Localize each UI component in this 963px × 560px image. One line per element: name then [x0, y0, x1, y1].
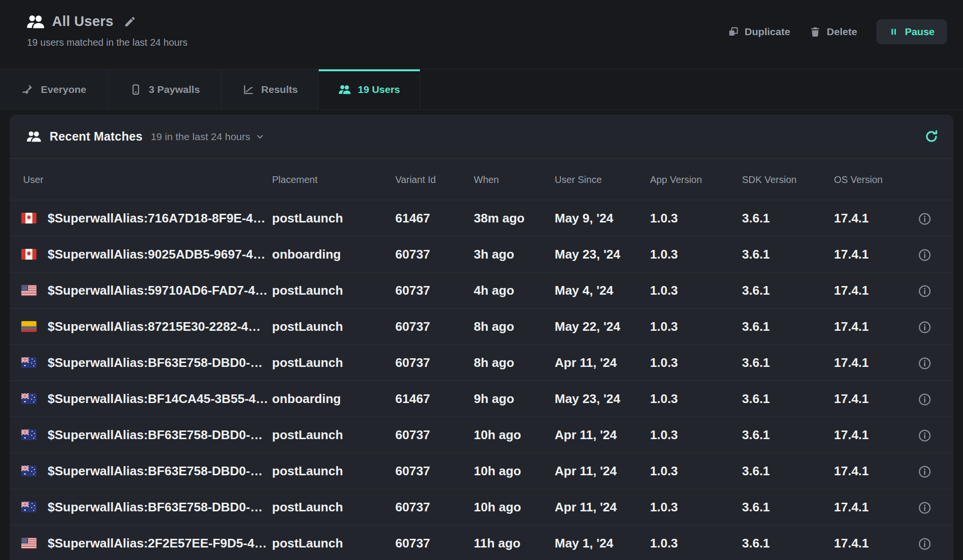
variant-id-value: 60737 [395, 355, 430, 370]
refresh-button[interactable] [924, 129, 939, 144]
user-alias: $SuperwallAlias:BF14CA45-3B55-4… [48, 391, 268, 406]
user-since-value: May 23, '24 [555, 247, 620, 262]
tab-users[interactable]: 19 Users [319, 69, 420, 109]
table-row[interactable]: $SuperwallAlias:59710AD6-FAD7-4… postLau… [10, 272, 953, 308]
pause-button[interactable]: Pause [876, 19, 947, 44]
australia-flag-icon [21, 466, 37, 477]
page-header: All Users 19 users matched in the last 2… [0, 0, 963, 69]
table-header: User Placement Variant Id When User Sinc… [10, 158, 953, 200]
sdk-version-value: 3.6.1 [742, 428, 770, 443]
sdk-version-value: 3.6.1 [742, 391, 770, 406]
table-row[interactable]: $SuperwallAlias:BF63E758-DBD0-… postLaun… [10, 417, 953, 453]
recent-matches-card: Recent Matches 19 in the last 24 hours U… [10, 115, 953, 560]
pause-label: Pause [905, 26, 935, 38]
edit-title-button[interactable] [124, 15, 136, 28]
australia-flag-icon [21, 393, 37, 404]
when-value: 4h ago [474, 283, 514, 298]
variant-id-value: 60737 [395, 283, 430, 298]
when-value: 10h ago [474, 464, 521, 479]
variant-id-value: 60737 [395, 464, 430, 479]
info-icon[interactable] [918, 391, 932, 406]
users-icon [338, 83, 351, 96]
info-icon[interactable] [918, 499, 932, 515]
info-icon[interactable] [918, 535, 932, 551]
trash-icon [809, 26, 821, 38]
sdk-version-value: 3.6.1 [742, 247, 770, 262]
when-value: 38m ago [474, 211, 525, 226]
canada-flag-icon [21, 249, 37, 260]
info-icon[interactable] [918, 210, 932, 226]
australia-flag-icon [21, 502, 37, 513]
table-row[interactable]: $SuperwallAlias:BF63E758-DBD0-… postLaun… [10, 489, 953, 525]
info-icon[interactable] [918, 319, 932, 334]
matches-range-dropdown[interactable]: 19 in the last 24 hours [151, 131, 265, 143]
os-version-value: 17.4.1 [834, 464, 869, 479]
duplicate-icon [728, 26, 739, 38]
info-icon[interactable] [918, 427, 932, 443]
when-value: 11h ago [474, 536, 521, 551]
matched-users-subtitle: 19 users matched in the last 24 hours [27, 37, 188, 48]
duplicate-button[interactable]: Duplicate [728, 26, 791, 38]
os-version-value: 17.4.1 [834, 283, 869, 298]
user-alias: $SuperwallAlias:9025ADB5-9697-4… [48, 247, 265, 262]
user-since-value: Apr 11, '24 [555, 355, 617, 370]
info-icon[interactable] [918, 355, 932, 370]
tab-users-label: 19 Users [358, 84, 400, 95]
user-since-value: Apr 11, '24 [555, 464, 617, 479]
tab-bar: Everyone 3 Paywalls Results 19 Users [0, 69, 963, 110]
tab-paywalls[interactable]: 3 Paywalls [108, 69, 221, 109]
table-row[interactable]: $SuperwallAlias:BF14CA45-3B55-4… onboard… [10, 380, 953, 417]
when-value: 3h ago [474, 247, 514, 262]
app-version-value: 1.0.3 [650, 464, 678, 479]
table-row[interactable]: $SuperwallAlias:87215E30-2282-4… postLau… [10, 308, 953, 344]
table-row[interactable]: $SuperwallAlias:BF63E758-DBD0-… postLaun… [10, 344, 953, 380]
os-version-value: 17.4.1 [834, 391, 869, 406]
table-row[interactable]: $SuperwallAlias:BF63E758-DBD0-… postLaun… [10, 453, 953, 489]
sdk-version-value: 3.6.1 [742, 536, 770, 551]
column-header-os-version: OS Version [834, 174, 883, 185]
app-version-value: 1.0.3 [650, 428, 678, 443]
tab-results-label: Results [261, 84, 298, 95]
placement-value: postLaunch [272, 500, 343, 515]
app-version-value: 1.0.3 [650, 500, 678, 515]
table-row[interactable]: $SuperwallAlias:716A7D18-8F9E-4… postLau… [10, 200, 953, 236]
placement-value: postLaunch [272, 536, 343, 551]
tab-results[interactable]: Results [221, 69, 319, 109]
chart-icon [242, 83, 255, 96]
users-icon [26, 14, 45, 29]
when-value: 9h ago [474, 391, 514, 406]
card-title: Recent Matches [50, 130, 143, 143]
usa-flag-icon [21, 538, 37, 549]
table-row[interactable]: $SuperwallAlias:9025ADB5-9697-4… onboard… [10, 236, 953, 272]
sdk-version-value: 3.6.1 [742, 355, 770, 370]
variant-id-value: 60737 [395, 428, 430, 443]
info-icon[interactable] [918, 283, 932, 298]
when-value: 10h ago [474, 500, 521, 515]
split-arrow-icon [22, 83, 34, 96]
tab-everyone[interactable]: Everyone [0, 69, 108, 109]
user-since-value: May 9, '24 [555, 211, 613, 226]
user-since-value: May 1, '24 [555, 536, 613, 551]
colombia-flag-icon [21, 321, 37, 332]
when-value: 8h ago [474, 319, 514, 334]
column-header-user-since: User Since [555, 174, 602, 185]
sdk-version-value: 3.6.1 [742, 464, 770, 479]
australia-flag-icon [21, 357, 37, 368]
phone-icon [130, 83, 142, 96]
user-alias: $SuperwallAlias:2F2E57EE-F9D5-4… [48, 536, 267, 551]
variant-id-value: 60737 [395, 536, 430, 551]
table-row[interactable]: $SuperwallAlias:2F2E57EE-F9D5-4… postLau… [10, 525, 953, 560]
info-icon[interactable] [918, 247, 932, 262]
user-alias: $SuperwallAlias:BF63E758-DBD0-… [48, 355, 262, 370]
refresh-icon [924, 129, 939, 144]
placement-value: postLaunch [272, 283, 343, 298]
column-header-placement: Placement [272, 174, 318, 185]
app-version-value: 1.0.3 [650, 211, 678, 226]
delete-button[interactable]: Delete [809, 26, 857, 38]
tab-everyone-label: Everyone [41, 84, 87, 95]
australia-flag-icon [21, 430, 37, 441]
sdk-version-value: 3.6.1 [742, 319, 770, 334]
placement-value: postLaunch [272, 355, 343, 370]
app-version-value: 1.0.3 [650, 319, 678, 334]
info-icon[interactable] [918, 463, 932, 479]
